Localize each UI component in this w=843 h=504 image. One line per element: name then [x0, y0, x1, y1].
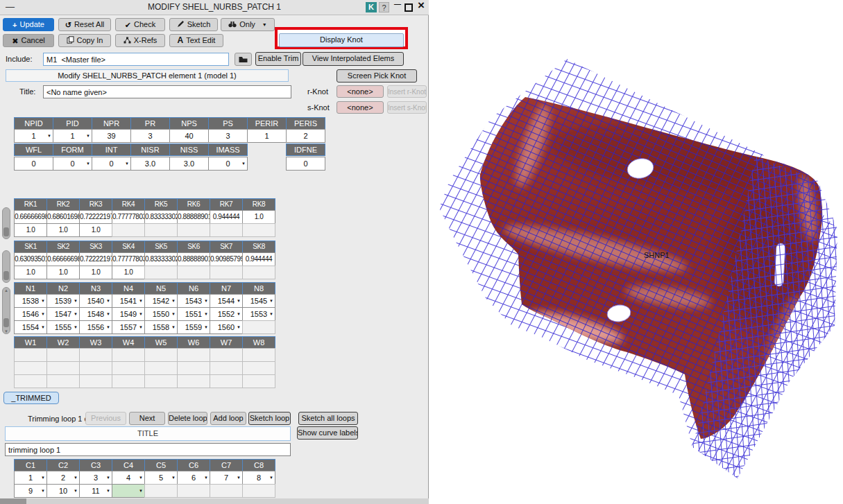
table-cell[interactable]: 0.66666698: [14, 210, 47, 224]
table-cell-dropdown[interactable]: 2▼: [46, 471, 80, 485]
table-cell[interactable]: 1.0: [46, 223, 80, 237]
table-cell-dropdown[interactable]: 3▼: [79, 471, 112, 485]
trimmed-button[interactable]: _TRIMMED: [3, 392, 59, 404]
table-cell[interactable]: 3: [208, 129, 248, 143]
xrefs-button[interactable]: X-Refs: [115, 34, 165, 47]
table-cell-dropdown[interactable]: 1549▼: [112, 307, 145, 321]
dialog-titlebar[interactable]: — MODIFY SHELL_NURBS_PATCH 1 K ? ─ ×: [0, 0, 429, 15]
table-cell-dropdown[interactable]: 1541▼: [112, 294, 145, 308]
include-field[interactable]: [43, 53, 229, 66]
minimize-icon[interactable]: ─: [393, 0, 402, 10]
table-cell[interactable]: 0.72222197: [79, 252, 112, 266]
table-cell[interactable]: 0.83333302: [144, 210, 178, 224]
table-cell-dropdown[interactable]: 1557▼: [112, 320, 145, 334]
table-cell[interactable]: 0.77777803: [112, 210, 145, 224]
table-cell[interactable]: 0: [14, 157, 53, 171]
r-knot-value-button[interactable]: <none>: [337, 85, 384, 98]
screen-pick-knot-button[interactable]: Screen Pick Knot: [337, 69, 417, 82]
table-cell[interactable]: 0.66666698: [46, 252, 80, 266]
table-cell-dropdown[interactable]: 1558▼: [144, 320, 178, 334]
table-cell[interactable]: 1.0: [79, 266, 112, 279]
table-cell-dropdown[interactable]: 10▼: [46, 484, 80, 498]
table-cell[interactable]: 1.0: [14, 266, 47, 279]
keyboard-shortcut-button[interactable]: K: [366, 2, 377, 12]
next-loop-button[interactable]: Next: [129, 412, 165, 425]
show-curve-labels-button[interactable]: Show curve labels: [297, 426, 358, 440]
table-cell-dropdown[interactable]: 1547▼: [46, 307, 80, 321]
table-cell[interactable]: 1.0: [14, 223, 47, 237]
table-cell-dropdown[interactable]: 1▼: [14, 471, 47, 485]
table-cell[interactable]: 0.88888901: [177, 252, 210, 266]
table-cell[interactable]: 2: [286, 129, 325, 143]
table-cell-dropdown[interactable]: 1552▼: [210, 307, 243, 321]
cancel-button[interactable]: ✖Cancel: [3, 34, 54, 47]
table-cell-dropdown[interactable]: 1▼: [14, 129, 53, 143]
table-cell[interactable]: 3.0: [169, 157, 209, 171]
table-cell[interactable]: 0: [286, 157, 325, 171]
table-cell[interactable]: 3.0: [130, 157, 170, 171]
graphics-viewport[interactable]: SHNP1: [429, 0, 843, 504]
table-cell-dropdown[interactable]: 11▼: [79, 484, 112, 498]
table-cell-dropdown[interactable]: 1543▼: [177, 294, 210, 308]
table-cell-dropdown[interactable]: 1556▼: [79, 320, 112, 334]
sketch-loop-button[interactable]: Sketch loop: [248, 412, 291, 425]
sk-scrollbar[interactable]: [2, 250, 10, 283]
view-interpolated-elems-button[interactable]: View Interpolated Elems: [303, 52, 404, 66]
table-cell-dropdown[interactable]: ▼: [112, 484, 145, 498]
table-cell-dropdown[interactable]: 5▼: [144, 471, 178, 485]
s-knot-value-button[interactable]: <none>: [337, 101, 384, 114]
n-scrollbar[interactable]: ▲▼: [2, 287, 10, 334]
table-cell-dropdown[interactable]: 1559▼: [177, 320, 210, 334]
table-cell-dropdown[interactable]: 6▼: [177, 471, 210, 485]
sketch-all-loops-button[interactable]: Sketch all loops: [298, 412, 358, 425]
table-cell[interactable]: 1.0: [79, 223, 112, 237]
table-cell-dropdown[interactable]: 1553▼: [242, 307, 275, 321]
update-button[interactable]: +Update: [3, 18, 54, 31]
table-cell-dropdown[interactable]: 1560▼: [210, 320, 243, 334]
maximize-icon[interactable]: [405, 3, 413, 12]
table-cell[interactable]: 0.944444: [210, 210, 243, 224]
close-icon[interactable]: ×: [416, 0, 427, 10]
only-dropdown[interactable]: Only▼: [221, 18, 275, 31]
scrollbar-thumb[interactable]: [0, 498, 26, 504]
table-cell-dropdown[interactable]: 1544▼: [210, 294, 243, 308]
table-cell-dropdown[interactable]: 1▼: [53, 129, 92, 143]
table-cell-dropdown[interactable]: 1555▼: [46, 320, 80, 334]
display-knot-button[interactable]: Display Knot: [279, 33, 404, 47]
table-cell-dropdown[interactable]: 1542▼: [144, 294, 178, 308]
table-cell[interactable]: 0.83333302: [144, 252, 178, 266]
table-cell[interactable]: 0.90985799: [210, 252, 243, 266]
table-cell-dropdown[interactable]: 1550▼: [144, 307, 178, 321]
table-cell[interactable]: 0.88888901: [177, 210, 210, 224]
table-cell-dropdown[interactable]: 1546▼: [14, 307, 47, 321]
delete-loop-button[interactable]: Delete loop: [168, 412, 207, 425]
table-cell[interactable]: 0.68601698: [46, 210, 80, 224]
table-cell[interactable]: 40: [169, 129, 209, 143]
table-cell-dropdown[interactable]: 0▼: [53, 157, 92, 171]
enable-trim-button[interactable]: Enable Trim: [255, 52, 301, 66]
table-cell-dropdown[interactable]: 1548▼: [79, 307, 112, 321]
table-cell-dropdown[interactable]: 1540▼: [79, 294, 112, 308]
table-cell[interactable]: 3: [130, 129, 170, 143]
table-cell-dropdown[interactable]: 0▼: [208, 157, 248, 171]
table-cell-dropdown[interactable]: 1554▼: [14, 320, 47, 334]
table-cell-dropdown[interactable]: 1545▼: [242, 294, 275, 308]
table-cell-dropdown[interactable]: 7▼: [210, 471, 243, 485]
table-cell[interactable]: 1.0: [46, 266, 80, 279]
reset-all-button[interactable]: ↺Reset All: [58, 18, 111, 31]
table-cell[interactable]: 0.77777803: [112, 252, 145, 266]
table-cell[interactable]: 1.0: [242, 210, 275, 224]
help-button[interactable]: ?: [379, 2, 389, 12]
title-input[interactable]: [43, 85, 291, 98]
table-cell-dropdown[interactable]: 1551▼: [177, 307, 210, 321]
table-cell[interactable]: 1: [247, 129, 287, 143]
copy-in-button[interactable]: Copy In: [58, 34, 111, 47]
table-cell[interactable]: 0.63093501: [14, 252, 47, 266]
add-loop-button[interactable]: Add loop: [210, 412, 246, 425]
table-cell[interactable]: 1.0: [112, 266, 145, 279]
table-cell-dropdown[interactable]: 9▼: [14, 484, 47, 498]
table-cell-dropdown[interactable]: 0▼: [92, 157, 131, 171]
loop-title-input[interactable]: [5, 443, 291, 456]
text-edit-button[interactable]: AText Edit: [169, 34, 223, 47]
rk-scrollbar[interactable]: [2, 207, 10, 239]
